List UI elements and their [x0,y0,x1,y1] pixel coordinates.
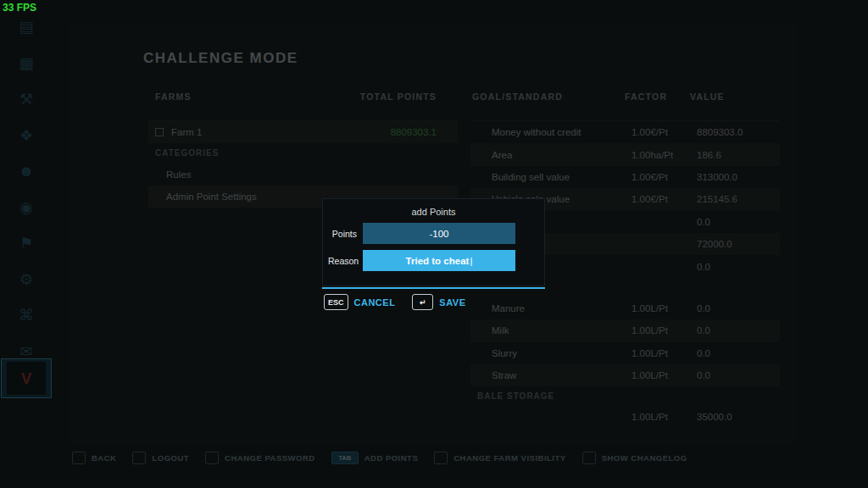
cancel-button[interactable]: ESC CANCEL [324,294,395,310]
dialog-accent-line [322,287,545,289]
add-points-dialog: add Points Points -100 Reason Tried to c… [322,198,545,286]
dialog-actions: ESC CANCEL ↵ SAVE [324,294,466,310]
points-input[interactable]: -100 [363,223,515,244]
esc-key-icon: ESC [324,294,348,310]
enter-key-icon: ↵ [412,294,433,310]
save-button-label: SAVE [439,297,465,308]
dialog-title: add Points [323,207,544,217]
fps-counter: 33 FPS [3,2,36,14]
points-field-label: Points [328,229,357,239]
reason-input[interactable]: Tried to cheat [363,250,515,271]
cancel-button-label: CANCEL [354,297,396,308]
save-button[interactable]: ↵ SAVE [412,294,465,310]
reason-field-label: Reason [328,256,357,266]
